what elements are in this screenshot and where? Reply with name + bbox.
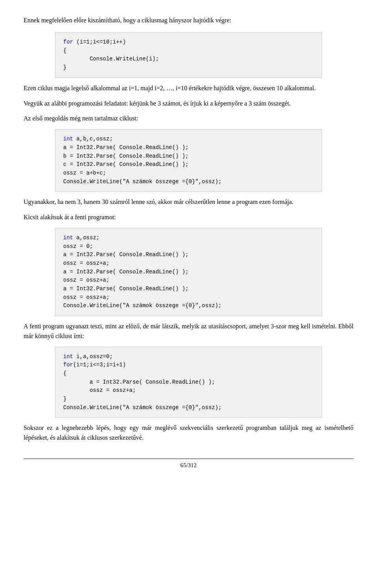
task-intro-paragraph: Vegyük az alábbi programozási feladatot:… xyxy=(24,99,353,109)
code-block-2: int a,b,c,ossz; a = Int32.Parse( Console… xyxy=(55,129,322,192)
note2-paragraph: Kicsit alakítsuk át a fenti programot: xyxy=(24,213,353,222)
note1-paragraph: Ugyanakkor, ha nem 3, hanem 30 számról l… xyxy=(24,197,353,207)
intro-paragraph: Ennek megfelelően előre kiszámítható, ho… xyxy=(24,16,353,25)
first-solution-intro: Az első megoldás még nem tartalmaz ciklu… xyxy=(24,114,353,124)
note3-paragraph: A fenti program ugyanazt teszi, mint az … xyxy=(24,322,353,341)
footer-divider xyxy=(24,459,353,459)
footer-page-number: 65/312 xyxy=(24,462,353,469)
code-block-4: int i,a,ossz=0; for(i=1;i<=3;i=i+1) { a … xyxy=(55,347,322,418)
after-code1-paragraph: Ezen ciklus magja legelső alkalommal az … xyxy=(24,84,353,93)
code-block-3: int a,ossz; ossz = 0; a = Int32.Parse( C… xyxy=(55,228,322,316)
closing-paragraph: Sokszor ez a legnehezebb lépés, hogy egy… xyxy=(24,423,353,443)
code-block-1: for (i=1;i<=10;i++) { Console.WriteLine(… xyxy=(55,32,322,78)
